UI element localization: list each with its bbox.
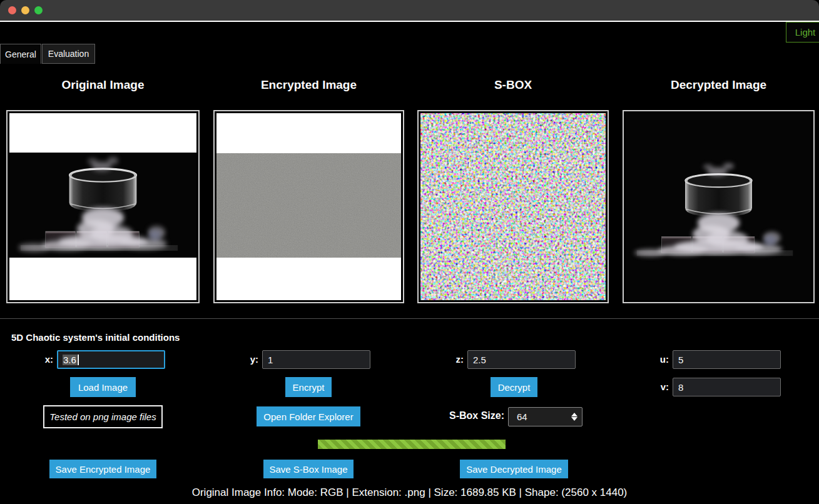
sbox-size-label: S-Box Size: — [432, 410, 504, 421]
decrypt-button[interactable]: Decrypt — [491, 377, 537, 397]
save-sbox-image-button[interactable]: Save S-Box Image — [263, 460, 354, 478]
sbox-panel — [417, 110, 609, 303]
save-decrypted-image-button[interactable]: Save Decrypted Image — [460, 460, 568, 478]
v-label: v: — [641, 381, 669, 392]
z-input[interactable] — [467, 350, 576, 369]
original-levitation-photo — [9, 153, 196, 258]
sbox-title: S-BOX — [417, 78, 609, 93]
y-input[interactable] — [262, 350, 370, 369]
u-label: u: — [641, 354, 669, 365]
original-image-info-status: Original Image Info: Mode: RGB | Extensi… — [0, 486, 819, 499]
original-image-panel — [6, 110, 200, 303]
spinner-up-icon[interactable] — [571, 413, 577, 416]
titlebar-divider — [0, 21, 819, 22]
spinner-down-icon[interactable] — [571, 417, 577, 421]
y-label: y: — [230, 354, 258, 365]
sbox-color-noise — [420, 113, 606, 300]
sbox-size-spinner[interactable]: 64 — [508, 407, 582, 426]
title-bar — [0, 0, 819, 21]
tab-general[interactable]: General — [0, 44, 41, 64]
decrypted-image-panel — [623, 110, 815, 303]
original-image-title: Original Image — [6, 78, 200, 93]
decrypted-levitation-photo — [626, 113, 811, 300]
load-image-button[interactable]: Load Image — [70, 377, 136, 397]
u-input[interactable] — [673, 350, 781, 369]
z-label: z: — [435, 354, 464, 365]
save-encrypted-image-button[interactable]: Save Encrypted Image — [49, 460, 156, 478]
encrypt-button[interactable]: Encrypt — [285, 377, 332, 397]
decrypted-image-title: Decrypted Image — [623, 78, 815, 93]
tab-evaluation[interactable]: Evaluation — [42, 44, 95, 64]
original-image-white-band-bottom — [9, 258, 196, 300]
text-caret — [78, 355, 79, 365]
close-window-icon[interactable] — [8, 6, 16, 14]
original-image-white-band-top — [9, 113, 196, 153]
encrypted-gray-noise — [216, 153, 401, 258]
sbox-size-value: 64 — [509, 411, 567, 422]
x-label: x: — [25, 354, 53, 365]
initial-conditions-title: 5D Chaotic system's initial conditions — [11, 332, 180, 343]
v-input[interactable] — [673, 378, 781, 396]
zoom-window-icon[interactable] — [34, 6, 43, 14]
encrypted-image-title: Encrypted Image — [213, 78, 404, 93]
open-folder-explorer-button[interactable]: Open Folder Explorer — [257, 406, 360, 426]
encrypted-image-panel — [213, 110, 404, 303]
light-theme-toggle-button[interactable]: Light — [786, 22, 819, 43]
section-separator — [0, 318, 819, 319]
png-note-label: Tested on png image files — [43, 405, 163, 428]
x-input-value: 3.6 — [63, 355, 77, 365]
progress-bar — [318, 440, 506, 449]
x-input[interactable]: 3.6 — [57, 350, 165, 369]
minimize-window-icon[interactable] — [21, 6, 29, 14]
